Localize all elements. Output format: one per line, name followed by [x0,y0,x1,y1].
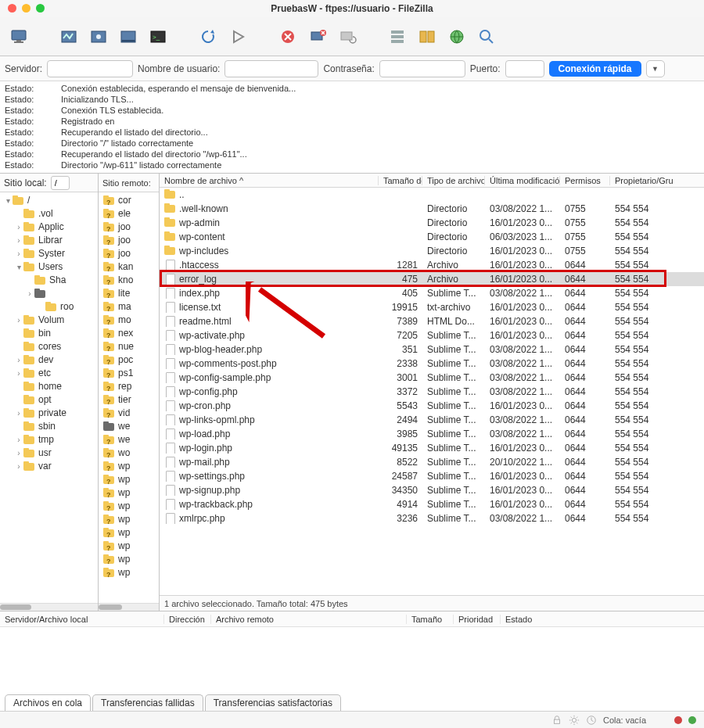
tree-item[interactable]: ?ma [99,300,159,314]
queue-col-remote[interactable]: Archivo remoto [211,615,407,624]
filter-button[interactable] [385,23,410,51]
tree-item[interactable]: ?wp [99,526,159,540]
tree-item[interactable]: ›private [0,407,98,420]
tree-item[interactable]: ›Applic [0,221,98,234]
table-row[interactable]: wp-trackback.php4914Sublime T...16/01/20… [160,497,704,511]
local-scrollbar[interactable] [0,603,98,611]
username-input[interactable] [224,60,318,77]
tree-item[interactable]: ?wp [99,460,159,473]
table-row[interactable]: wp-includesDirectorio16/01/2023 0...0755… [160,244,704,258]
tree-item[interactable]: home [0,380,98,393]
tree-item[interactable]: ?poc [99,353,159,367]
table-row[interactable]: wp-cron.php5543Sublime T...16/01/2023 0.… [160,399,704,413]
tab-failed[interactable]: Transferencias fallidas [92,694,203,711]
tree-item[interactable]: ?mo [99,314,159,327]
tree-item[interactable]: ?rep [99,380,159,393]
table-row[interactable]: xmlrpc.php3236Sublime T...03/08/2022 1..… [160,511,704,525]
table-row[interactable]: .htaccess1281Archivo16/01/2023 0...06445… [160,258,704,272]
remote-tree[interactable]: ?cor?ele?joo?joo?joo?kan?kno?lite?ma?mo?… [99,192,159,603]
table-row[interactable]: wp-signup.php34350Sublime T...16/01/2023… [160,483,704,497]
tree-item[interactable]: ›Volum [0,314,98,327]
tree-item[interactable]: ›Librar [0,234,98,247]
tree-item[interactable]: ?nue [99,340,159,353]
tree-item[interactable]: ›Syster [0,247,98,260]
cancel-button[interactable] [275,23,300,51]
minimize-window[interactable] [22,4,31,13]
table-row[interactable]: readme.html7389HTML Do...16/01/2023 0...… [160,314,704,328]
queue-col-direction[interactable]: Dirección [164,615,211,624]
tree-item[interactable]: ?tier [99,393,159,407]
tree-item[interactable]: ?cor [99,194,159,207]
table-row[interactable]: wp-config.php3372Sublime T...03/08/2022 … [160,385,704,399]
toggle-queue-button[interactable]: >_ [145,23,171,51]
table-row[interactable]: index.php405Sublime T...03/08/2022 1...0… [160,286,704,300]
col-perm[interactable]: Permisos [560,176,610,185]
tree-item[interactable]: cores [0,340,98,353]
tab-queued[interactable]: Archivos en cola [5,694,91,711]
table-row[interactable]: wp-comments-post.php2338Sublime T...03/0… [160,357,704,371]
tree-item[interactable]: ?kan [99,260,159,274]
local-tree[interactable]: ▾/.vol›Applic›Librar›Syster▾UsersSha›roo… [0,192,98,603]
tree-item[interactable]: ?wp [99,473,159,486]
gear-icon[interactable] [569,715,580,726]
zoom-window[interactable] [36,4,45,13]
tree-item[interactable]: ?joo [99,234,159,247]
sync-browsing-button[interactable] [444,23,469,51]
tree-item[interactable]: ?we [99,433,159,446]
tree-item[interactable]: opt [0,393,98,407]
local-path-input[interactable] [51,176,70,190]
tree-item[interactable]: ?ps1 [99,367,159,380]
tree-item[interactable]: › [0,287,98,300]
tree-item[interactable]: ›var [0,460,98,473]
password-input[interactable] [379,60,465,77]
disconnect-button[interactable] [305,23,330,51]
close-window[interactable] [8,4,16,13]
table-row[interactable]: wp-adminDirectorio16/01/2023 0...0755554… [160,216,704,230]
server-input[interactable] [47,60,133,77]
tree-item[interactable]: Sha [0,274,98,287]
queue-col-local[interactable]: Servidor/Archivo local [0,615,164,624]
tab-successful[interactable]: Transferencias satisfactorias [205,694,341,711]
tree-item[interactable]: ›tmp [0,433,98,446]
queue-col-status[interactable]: Estado [501,615,704,624]
tree-item[interactable]: ?wp [99,486,159,500]
tree-item[interactable]: ?nex [99,327,159,340]
tree-item[interactable]: ?wp [99,566,159,579]
tree-item[interactable]: sbin [0,420,98,433]
tree-item[interactable]: ?kno [99,274,159,287]
tree-item[interactable]: ?wp [99,513,159,526]
col-type[interactable]: Tipo de archivo [422,176,485,185]
toggle-log-button[interactable] [56,23,81,51]
refresh-button[interactable] [196,23,221,51]
queue-area[interactable] [0,627,704,690]
tree-item[interactable]: ?wp [99,553,159,566]
toggle-remote-tree-button[interactable] [116,23,141,51]
col-owner[interactable]: Propietario/Gru [610,176,704,185]
table-row[interactable]: wp-contentDirectorio06/03/2023 1...07555… [160,230,704,244]
tree-item[interactable]: ▾/ [0,194,98,207]
tree-item[interactable]: roo [0,300,98,314]
col-name[interactable]: Nombre de archivo ^ [160,176,379,185]
reconnect-button[interactable] [335,23,360,51]
col-size[interactable]: Tamaño de ar [379,176,422,185]
table-row[interactable]: .. [160,188,704,202]
queue-col-priority[interactable]: Prioridad [454,615,501,624]
tree-item[interactable]: ?joo [99,247,159,260]
compare-button[interactable] [415,23,440,51]
table-row[interactable]: wp-mail.php8522Sublime T...20/10/2022 1.… [160,455,704,469]
table-row[interactable]: license.txt19915txt-archivo16/01/2023 0.… [160,300,704,314]
toggle-local-tree-button[interactable] [86,23,111,51]
table-row[interactable]: wp-blog-header.php351Sublime T...03/08/2… [160,342,704,357]
remote-tree-scrollbar[interactable] [99,603,159,611]
port-input[interactable] [505,60,544,77]
tree-item[interactable]: ?ele [99,207,159,221]
table-row[interactable]: wp-links-opml.php2494Sublime T...03/08/2… [160,413,704,427]
table-row[interactable]: wp-login.php49135Sublime T...16/01/2023 … [160,441,704,455]
quick-connect-dropdown[interactable]: ▼ [646,60,665,77]
tree-item[interactable]: we [99,420,159,433]
tree-item[interactable]: ›etc [0,367,98,380]
tree-item[interactable]: ?vid [99,407,159,420]
file-list[interactable]: ...well-knownDirectorio03/08/2022 1...07… [160,188,704,595]
tree-item[interactable]: ?lite [99,287,159,300]
tree-item[interactable]: ›usr [0,446,98,460]
